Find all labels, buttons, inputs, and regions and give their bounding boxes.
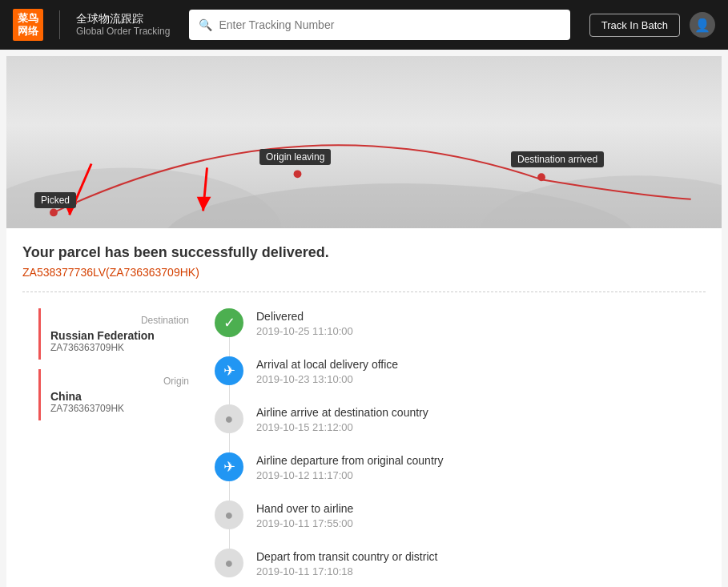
timeline-event: Depart from transit country or district bbox=[256, 550, 690, 563]
destination-label: Destination bbox=[50, 315, 189, 326]
timeline-content: Airline departure from original country … bbox=[256, 452, 690, 481]
search-area: 🔍 bbox=[189, 10, 569, 40]
flight-path-svg bbox=[6, 56, 722, 228]
origin-country: China bbox=[50, 390, 189, 403]
logo-divider bbox=[59, 10, 60, 39]
origin-label: Origin bbox=[50, 376, 189, 387]
timeline-event: Delivered bbox=[256, 310, 690, 323]
user-avatar-icon[interactable]: 👤 bbox=[690, 12, 715, 38]
bottom-area: Destination Russian Federation ZA7363637… bbox=[22, 308, 706, 587]
timeline-date: 2019-10-25 11:10:00 bbox=[256, 325, 690, 337]
map-area: Picked Origin leaving Destination arrive… bbox=[6, 56, 722, 228]
destination-card: Destination Russian Federation ZA7363637… bbox=[38, 308, 199, 360]
track-in-batch-button[interactable]: Track In Batch bbox=[589, 14, 680, 37]
timeline-date: 2019-10-23 13:10:00 bbox=[256, 373, 690, 385]
timeline-event: Airline arrive at destination country bbox=[256, 406, 690, 419]
logo-area: 菜鸟网络 全球物流跟踪 Global Order Tracking bbox=[13, 9, 170, 40]
timeline-item: ● Airline arrive at destination country … bbox=[215, 404, 690, 433]
header: 菜鸟网络 全球物流跟踪 Global Order Tracking 🔍 Trac… bbox=[0, 0, 728, 50]
svg-point-2 bbox=[478, 175, 722, 228]
timeline-icon: ✈ bbox=[215, 452, 243, 481]
timeline-item: ● Depart from transit country or distric… bbox=[215, 549, 690, 577]
timeline-content: Delivered 2019-10-25 11:10:00 bbox=[256, 308, 690, 337]
logo-cn: 全球物流跟踪 bbox=[76, 11, 170, 26]
timeline-icon: ✓ bbox=[215, 308, 243, 337]
left-panel: Destination Russian Federation ZA7363637… bbox=[38, 308, 199, 587]
timeline-item: ● Hand over to airline 2019-10-11 17:55:… bbox=[215, 501, 690, 529]
destination-arrived-label: Destination arrived bbox=[511, 151, 604, 167]
cainiao-logo-icon: 菜鸟网络 bbox=[13, 9, 43, 40]
timeline-event: Arrival at local delivery office bbox=[256, 358, 690, 371]
timeline-icon: ● bbox=[215, 404, 243, 433]
delivery-title: Your parcel has been successfully delive… bbox=[22, 244, 706, 261]
origin-leaving-label: Origin leaving bbox=[259, 149, 331, 165]
tracking-id: ZA538377736LV(ZA736363709HK) bbox=[22, 266, 706, 279]
main-content: Picked Origin leaving Destination arrive… bbox=[6, 56, 722, 587]
timeline-date: 2019-10-15 21:12:00 bbox=[256, 421, 690, 433]
timeline-date: 2019-10-12 11:17:00 bbox=[256, 469, 690, 481]
timeline-event: Airline departure from original country bbox=[256, 454, 690, 467]
timeline-content: Hand over to airline 2019-10-11 17:55:00 bbox=[256, 501, 690, 529]
logo-en: Global Order Tracking bbox=[76, 26, 170, 38]
timeline-content: Arrival at local delivery office 2019-10… bbox=[256, 356, 690, 385]
timeline-icon: ● bbox=[215, 501, 243, 529]
logo-text: 全球物流跟踪 Global Order Tracking bbox=[76, 11, 170, 38]
timeline-item: ✈ Airline departure from original countr… bbox=[215, 452, 690, 481]
timeline-event: Hand over to airline bbox=[256, 502, 690, 515]
search-icon: 🔍 bbox=[199, 18, 212, 31]
destination-country: Russian Federation bbox=[50, 329, 189, 342]
divider bbox=[22, 291, 706, 292]
timeline-date: 2019-10-11 17:55:00 bbox=[256, 517, 690, 529]
picked-label: Picked bbox=[34, 192, 76, 208]
timeline-content: Depart from transit country or district … bbox=[256, 549, 690, 577]
svg-point-3 bbox=[50, 209, 58, 217]
search-input[interactable] bbox=[219, 18, 560, 31]
timeline-item: ✓ Delivered 2019-10-25 11:10:00 bbox=[215, 308, 690, 337]
svg-point-4 bbox=[294, 170, 302, 178]
origin-tracking: ZA736363709HK bbox=[50, 403, 189, 414]
timeline-item: ✈ Arrival at local delivery office 2019-… bbox=[215, 356, 690, 385]
origin-card: Origin China ZA736363709HK bbox=[38, 369, 199, 420]
timeline: ✓ Delivered 2019-10-25 11:10:00 ✈ Arriva… bbox=[215, 308, 690, 587]
timeline-date: 2019-10-11 17:10:18 bbox=[256, 565, 690, 577]
timeline-icon: ✈ bbox=[215, 356, 243, 385]
timeline-content: Airline arrive at destination country 20… bbox=[256, 404, 690, 433]
delivery-info: Your parcel has been successfully delive… bbox=[6, 228, 722, 587]
svg-point-5 bbox=[537, 173, 545, 181]
timeline-icon: ● bbox=[215, 549, 243, 577]
destination-tracking: ZA736363709HK bbox=[50, 342, 189, 353]
